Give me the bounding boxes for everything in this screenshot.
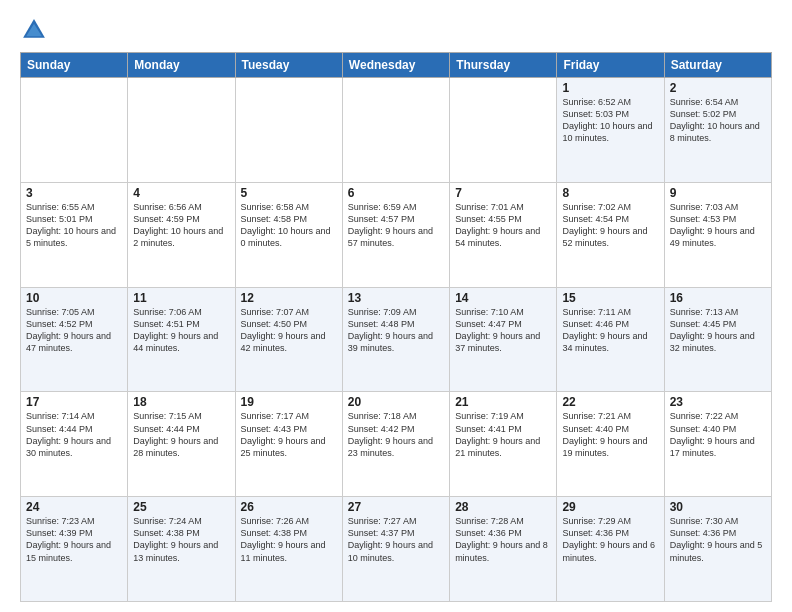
day-number: 18: [133, 395, 229, 409]
calendar-day-cell: 2Sunrise: 6:54 AM Sunset: 5:02 PM Daylig…: [664, 78, 771, 183]
calendar-day-cell: 11Sunrise: 7:06 AM Sunset: 4:51 PM Dayli…: [128, 287, 235, 392]
calendar-day-cell: 17Sunrise: 7:14 AM Sunset: 4:44 PM Dayli…: [21, 392, 128, 497]
logo: [20, 16, 50, 44]
day-number: 13: [348, 291, 444, 305]
day-number: 27: [348, 500, 444, 514]
day-info: Sunrise: 7:13 AM Sunset: 4:45 PM Dayligh…: [670, 306, 766, 355]
day-number: 29: [562, 500, 658, 514]
day-number: 21: [455, 395, 551, 409]
day-info: Sunrise: 7:02 AM Sunset: 4:54 PM Dayligh…: [562, 201, 658, 250]
calendar-day-cell: 4Sunrise: 6:56 AM Sunset: 4:59 PM Daylig…: [128, 182, 235, 287]
logo-icon: [20, 16, 48, 44]
day-number: 8: [562, 186, 658, 200]
day-number: 28: [455, 500, 551, 514]
day-number: 15: [562, 291, 658, 305]
day-number: 9: [670, 186, 766, 200]
day-number: 5: [241, 186, 337, 200]
calendar-day-cell: 21Sunrise: 7:19 AM Sunset: 4:41 PM Dayli…: [450, 392, 557, 497]
day-number: 3: [26, 186, 122, 200]
day-number: 12: [241, 291, 337, 305]
calendar-day-cell: 20Sunrise: 7:18 AM Sunset: 4:42 PM Dayli…: [342, 392, 449, 497]
day-info: Sunrise: 7:23 AM Sunset: 4:39 PM Dayligh…: [26, 515, 122, 564]
calendar-day-cell: 18Sunrise: 7:15 AM Sunset: 4:44 PM Dayli…: [128, 392, 235, 497]
day-info: Sunrise: 7:06 AM Sunset: 4:51 PM Dayligh…: [133, 306, 229, 355]
day-info: Sunrise: 7:07 AM Sunset: 4:50 PM Dayligh…: [241, 306, 337, 355]
calendar-day-cell: 14Sunrise: 7:10 AM Sunset: 4:47 PM Dayli…: [450, 287, 557, 392]
calendar-day-cell: 29Sunrise: 7:29 AM Sunset: 4:36 PM Dayli…: [557, 497, 664, 602]
day-info: Sunrise: 6:58 AM Sunset: 4:58 PM Dayligh…: [241, 201, 337, 250]
calendar-day-cell: [21, 78, 128, 183]
calendar-day-cell: 8Sunrise: 7:02 AM Sunset: 4:54 PM Daylig…: [557, 182, 664, 287]
day-info: Sunrise: 7:14 AM Sunset: 4:44 PM Dayligh…: [26, 410, 122, 459]
day-info: Sunrise: 7:21 AM Sunset: 4:40 PM Dayligh…: [562, 410, 658, 459]
day-number: 26: [241, 500, 337, 514]
calendar-day-cell: 10Sunrise: 7:05 AM Sunset: 4:52 PM Dayli…: [21, 287, 128, 392]
day-info: Sunrise: 7:28 AM Sunset: 4:36 PM Dayligh…: [455, 515, 551, 564]
calendar-header: SundayMondayTuesdayWednesdayThursdayFrid…: [21, 53, 772, 78]
day-info: Sunrise: 7:15 AM Sunset: 4:44 PM Dayligh…: [133, 410, 229, 459]
calendar-day-cell: 12Sunrise: 7:07 AM Sunset: 4:50 PM Dayli…: [235, 287, 342, 392]
header-row: SundayMondayTuesdayWednesdayThursdayFrid…: [21, 53, 772, 78]
calendar-day-cell: 27Sunrise: 7:27 AM Sunset: 4:37 PM Dayli…: [342, 497, 449, 602]
calendar-day-cell: 16Sunrise: 7:13 AM Sunset: 4:45 PM Dayli…: [664, 287, 771, 392]
calendar-week-row: 3Sunrise: 6:55 AM Sunset: 5:01 PM Daylig…: [21, 182, 772, 287]
day-of-week-header: Thursday: [450, 53, 557, 78]
calendar-day-cell: 1Sunrise: 6:52 AM Sunset: 5:03 PM Daylig…: [557, 78, 664, 183]
day-number: 19: [241, 395, 337, 409]
calendar-week-row: 10Sunrise: 7:05 AM Sunset: 4:52 PM Dayli…: [21, 287, 772, 392]
day-number: 7: [455, 186, 551, 200]
calendar-day-cell: 6Sunrise: 6:59 AM Sunset: 4:57 PM Daylig…: [342, 182, 449, 287]
day-info: Sunrise: 7:17 AM Sunset: 4:43 PM Dayligh…: [241, 410, 337, 459]
calendar-day-cell: 23Sunrise: 7:22 AM Sunset: 4:40 PM Dayli…: [664, 392, 771, 497]
day-info: Sunrise: 7:18 AM Sunset: 4:42 PM Dayligh…: [348, 410, 444, 459]
day-info: Sunrise: 6:59 AM Sunset: 4:57 PM Dayligh…: [348, 201, 444, 250]
calendar-day-cell: 13Sunrise: 7:09 AM Sunset: 4:48 PM Dayli…: [342, 287, 449, 392]
calendar-day-cell: 22Sunrise: 7:21 AM Sunset: 4:40 PM Dayli…: [557, 392, 664, 497]
day-info: Sunrise: 7:24 AM Sunset: 4:38 PM Dayligh…: [133, 515, 229, 564]
calendar-day-cell: 26Sunrise: 7:26 AM Sunset: 4:38 PM Dayli…: [235, 497, 342, 602]
day-info: Sunrise: 7:03 AM Sunset: 4:53 PM Dayligh…: [670, 201, 766, 250]
calendar-week-row: 17Sunrise: 7:14 AM Sunset: 4:44 PM Dayli…: [21, 392, 772, 497]
day-number: 2: [670, 81, 766, 95]
calendar-day-cell: 9Sunrise: 7:03 AM Sunset: 4:53 PM Daylig…: [664, 182, 771, 287]
day-number: 6: [348, 186, 444, 200]
day-info: Sunrise: 7:09 AM Sunset: 4:48 PM Dayligh…: [348, 306, 444, 355]
day-info: Sunrise: 7:29 AM Sunset: 4:36 PM Dayligh…: [562, 515, 658, 564]
day-number: 24: [26, 500, 122, 514]
calendar-day-cell: 7Sunrise: 7:01 AM Sunset: 4:55 PM Daylig…: [450, 182, 557, 287]
day-number: 22: [562, 395, 658, 409]
calendar-week-row: 24Sunrise: 7:23 AM Sunset: 4:39 PM Dayli…: [21, 497, 772, 602]
day-info: Sunrise: 7:27 AM Sunset: 4:37 PM Dayligh…: [348, 515, 444, 564]
calendar-day-cell: [342, 78, 449, 183]
day-number: 23: [670, 395, 766, 409]
day-number: 25: [133, 500, 229, 514]
day-info: Sunrise: 7:26 AM Sunset: 4:38 PM Dayligh…: [241, 515, 337, 564]
calendar-day-cell: [450, 78, 557, 183]
day-number: 30: [670, 500, 766, 514]
day-number: 14: [455, 291, 551, 305]
day-info: Sunrise: 6:54 AM Sunset: 5:02 PM Dayligh…: [670, 96, 766, 145]
day-number: 16: [670, 291, 766, 305]
day-info: Sunrise: 6:56 AM Sunset: 4:59 PM Dayligh…: [133, 201, 229, 250]
calendar-body: 1Sunrise: 6:52 AM Sunset: 5:03 PM Daylig…: [21, 78, 772, 602]
day-info: Sunrise: 7:30 AM Sunset: 4:36 PM Dayligh…: [670, 515, 766, 564]
day-of-week-header: Tuesday: [235, 53, 342, 78]
day-of-week-header: Saturday: [664, 53, 771, 78]
calendar-day-cell: 30Sunrise: 7:30 AM Sunset: 4:36 PM Dayli…: [664, 497, 771, 602]
day-number: 11: [133, 291, 229, 305]
day-of-week-header: Monday: [128, 53, 235, 78]
day-number: 10: [26, 291, 122, 305]
calendar-day-cell: [235, 78, 342, 183]
calendar-day-cell: 19Sunrise: 7:17 AM Sunset: 4:43 PM Dayli…: [235, 392, 342, 497]
calendar-day-cell: 15Sunrise: 7:11 AM Sunset: 4:46 PM Dayli…: [557, 287, 664, 392]
calendar-day-cell: 3Sunrise: 6:55 AM Sunset: 5:01 PM Daylig…: [21, 182, 128, 287]
page: SundayMondayTuesdayWednesdayThursdayFrid…: [0, 0, 792, 612]
day-info: Sunrise: 7:19 AM Sunset: 4:41 PM Dayligh…: [455, 410, 551, 459]
day-of-week-header: Sunday: [21, 53, 128, 78]
day-number: 17: [26, 395, 122, 409]
day-of-week-header: Friday: [557, 53, 664, 78]
calendar-table: SundayMondayTuesdayWednesdayThursdayFrid…: [20, 52, 772, 602]
day-info: Sunrise: 7:11 AM Sunset: 4:46 PM Dayligh…: [562, 306, 658, 355]
day-info: Sunrise: 7:22 AM Sunset: 4:40 PM Dayligh…: [670, 410, 766, 459]
calendar-day-cell: [128, 78, 235, 183]
